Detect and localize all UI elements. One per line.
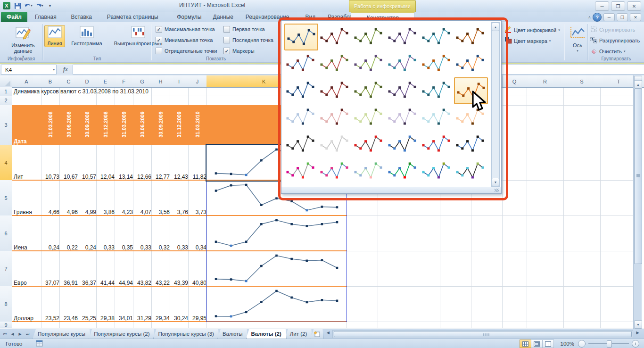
row-header-2[interactable]: 2 <box>0 96 12 106</box>
cell-value[interactable]: 31,29 <box>133 286 153 324</box>
sheet-tab-Популярные курсы (2)[interactable]: Популярные курсы (2) <box>89 329 155 339</box>
show-option-1[interactable]: ✓Минимальная точка <box>156 37 213 43</box>
col-header-T[interactable]: T <box>600 75 637 88</box>
col-header-I[interactable]: I <box>170 75 189 88</box>
action-1[interactable]: Разгруппировать <box>590 37 640 44</box>
gallery-style-27[interactable] <box>352 131 384 156</box>
cell-label-Гривня[interactable]: Гривня <box>12 180 43 218</box>
zoom-slider[interactable] <box>588 343 629 344</box>
gallery-style-11[interactable] <box>420 50 452 75</box>
cell-value[interactable]: 13,14 <box>115 145 135 182</box>
col-header-S[interactable]: S <box>563 75 601 88</box>
gallery-style-17[interactable] <box>420 77 452 102</box>
sparkline-cell-Евро[interactable] <box>206 251 347 286</box>
row-header-9[interactable]: 9 <box>0 322 12 328</box>
col-header-D[interactable]: D <box>78 75 97 88</box>
doc-close-button[interactable]: ✕ <box>630 13 641 21</box>
gallery-style-36[interactable] <box>454 158 486 183</box>
gallery-style-16[interactable] <box>386 77 418 102</box>
date-header-1[interactable]: 30.06.2008 <box>59 105 78 144</box>
checkbox-unchecked[interactable] <box>223 37 230 43</box>
row-header-8[interactable]: 8 <box>0 286 12 322</box>
gallery-scroll-up-icon[interactable]: ▲ <box>492 23 499 31</box>
cell-value[interactable]: 36,91 <box>59 251 80 289</box>
cell-value[interactable]: 0,24 <box>41 215 61 253</box>
doc-restore-button[interactable]: ❐ <box>617 13 628 21</box>
cell-label-Доллар[interactable]: Доллар <box>12 286 43 324</box>
gallery-style-5[interactable] <box>420 24 452 49</box>
gallery-style-20[interactable] <box>318 104 350 129</box>
date-header-5[interactable]: 30.06.2009 <box>133 105 151 144</box>
cell-value[interactable]: 29,34 <box>151 286 172 324</box>
col-header-B[interactable]: B <box>41 75 60 88</box>
cell-value[interactable]: 0,35 <box>115 215 135 253</box>
col-header-J[interactable]: J <box>188 75 207 88</box>
tab-0[interactable]: Главная <box>29 12 62 22</box>
gallery-style-1-selected[interactable] <box>284 24 318 50</box>
checkbox-unchecked[interactable] <box>156 48 162 54</box>
cell-value[interactable]: 34,01 <box>115 286 135 324</box>
gallery-style-34[interactable] <box>386 158 418 183</box>
name-box[interactable]: K4 ▾ <box>1 65 57 75</box>
cell-value[interactable]: 0,33 <box>96 215 116 253</box>
axis-button[interactable]: Ось ▾ <box>566 25 589 55</box>
cell-label-Лит[interactable]: Лит <box>12 145 43 182</box>
cell-value[interactable]: 44,94 <box>115 251 135 289</box>
cell-value[interactable]: 0,33 <box>170 215 190 253</box>
gallery-style-29[interactable] <box>420 131 452 156</box>
cell-value[interactable]: 11,82 <box>188 145 208 182</box>
vertical-scrollbar[interactable]: ▲▼ <box>633 75 642 329</box>
cell-value[interactable]: 4,99 <box>78 180 98 218</box>
gallery-style-10[interactable] <box>386 50 418 75</box>
restore-button[interactable]: ❐ <box>611 1 625 11</box>
show-option-3[interactable]: Первая точка <box>223 26 265 33</box>
zoom-in-icon[interactable]: + <box>632 340 639 348</box>
cell-value[interactable]: 23,46 <box>59 286 80 324</box>
hscroll-left-icon[interactable]: ◀ <box>324 329 331 336</box>
cell-value[interactable]: 4,96 <box>59 180 80 218</box>
cell-value[interactable]: 3,76 <box>170 180 190 218</box>
gallery-style-15[interactable] <box>352 77 384 102</box>
gallery-style-24[interactable] <box>454 104 486 129</box>
zoom-slider-thumb[interactable] <box>607 340 612 348</box>
gallery-style-8[interactable] <box>318 50 350 75</box>
prev-sheet-icon[interactable]: ◀ <box>9 331 16 338</box>
cell-value[interactable]: 43,39 <box>170 251 190 289</box>
select-all-corner[interactable] <box>0 75 12 88</box>
cell-value[interactable]: 12,77 <box>151 145 172 182</box>
sparkline-color-button[interactable]: Цвет инфокривой▾ <box>504 26 560 34</box>
cell-value[interactable]: 12,43 <box>170 145 190 182</box>
cell-value[interactable]: 40,80 <box>188 251 208 289</box>
excel-logo-icon[interactable]: X <box>2 1 11 10</box>
date-header-6[interactable]: 30.09.2009 <box>151 105 170 144</box>
cell-value[interactable]: 4,66 <box>41 180 61 218</box>
cell-label-Евро[interactable]: Евро <box>12 251 43 289</box>
view-layout-button[interactable] <box>531 340 543 348</box>
macro-record-icon[interactable] <box>36 340 43 348</box>
insert-sheet-button[interactable] <box>310 329 323 339</box>
scroll-down-icon[interactable]: ▼ <box>634 320 642 329</box>
type-button-1[interactable]: Гистограмма <box>62 25 111 47</box>
gallery-style-23[interactable] <box>420 104 452 129</box>
redo-icon[interactable]: ▾ <box>34 1 44 10</box>
help-icon[interactable]: ? <box>593 13 602 22</box>
sparkline-cell-Доллар[interactable] <box>206 286 347 322</box>
gallery-style-6[interactable] <box>454 24 486 49</box>
checkbox-checked[interactable]: ✓ <box>156 26 162 33</box>
cell-value[interactable]: 3,56 <box>151 180 172 218</box>
row-header-7[interactable]: 7 <box>0 251 12 287</box>
date-header-0[interactable]: 31.03.2008 <box>41 105 59 144</box>
cell-value[interactable]: 0,32 <box>151 215 172 253</box>
gallery-scrollbar[interactable]: ▲▼ <box>491 22 500 187</box>
gallery-style-25[interactable] <box>284 131 316 156</box>
sparkline-style-gallery[interactable]: ▲▼ <box>281 20 502 194</box>
view-normal-button[interactable] <box>520 340 531 348</box>
gallery-style-3[interactable] <box>352 24 384 49</box>
collapse-ribbon-icon[interactable]: ˄ <box>588 15 591 20</box>
tab-4[interactable]: Данные <box>207 12 239 22</box>
col-header-G[interactable]: G <box>133 75 152 88</box>
cell-value[interactable]: 10,73 <box>41 145 61 182</box>
cell-value[interactable]: 0,34 <box>188 215 208 253</box>
gallery-style-7[interactable] <box>284 50 316 75</box>
gallery-style-13[interactable] <box>284 77 316 102</box>
